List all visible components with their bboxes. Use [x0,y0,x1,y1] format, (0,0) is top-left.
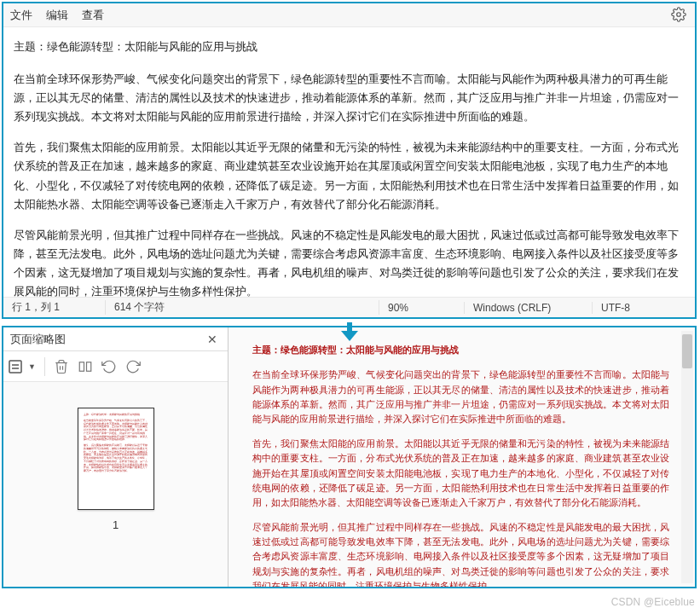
rotate-cw-icon[interactable] [125,359,141,374]
svg-marker-2 [341,331,358,341]
arrow-down-icon [339,322,360,344]
document-paragraph: 在当前全球环保形势严峻、气候变化问题突出的背景下，绿色能源转型的重要性不言而喻。… [14,70,681,126]
editor-text-area[interactable]: 主题：绿色能源转型：太阳能与风能的应用与挑战 在当前全球环保形势严峻、气候变化问… [3,27,695,297]
thumbnail-preview-text: 主题：绿色能源转型：太阳能与风能的应用与挑战 [84,414,148,417]
status-line-col[interactable]: 行 1，列 1 [3,300,106,315]
preview-title: 主题：绿色能源转型：太阳能与风能的应用与挑战 [252,343,669,357]
svg-rect-3 [9,361,21,373]
thumbnail-preview-text: 在当前全球环保形势严峻、气候变化问题突出的背景下，绿色能源转型的重要性不言而喻。… [84,420,148,442]
close-icon[interactable]: ✕ [204,333,221,346]
thumbnail-page-number: 1 [113,518,119,531]
status-encoding[interactable]: UTF-8 [593,302,695,314]
status-zoom[interactable]: 90% [379,302,465,314]
thumbnail-sidebar: 页面缩略图 ✕ ▼ [3,327,229,587]
preview-paragraph: 在当前全球环保形势严峻、气候变化问题突出的背景下，绿色能源转型的重要性不言而喻。… [252,368,669,426]
gear-icon[interactable] [671,7,686,25]
preview-pane[interactable]: 主题：绿色能源转型：太阳能与风能的应用与挑战 在当前全球环保形势严峻、气候变化问… [229,327,695,587]
thumbnail-title-row: 页面缩略图 ✕ [3,327,228,351]
scrollbar[interactable] [681,331,693,583]
scrollbar-thumb[interactable] [682,334,692,368]
thumbnail-viewport[interactable]: 主题：绿色能源转型：太阳能与风能的应用与挑战 在当前全球环保形势严峻、气候变化问… [3,382,228,587]
menu-bar: 文件 编辑 查看 [3,3,695,27]
delete-icon[interactable] [54,359,69,374]
document-title-line: 主题：绿色能源转型：太阳能与风能的应用与挑战 [14,38,681,56]
preview-paragraph: 首先，我们聚焦太阳能的应用前景。太阳能以其近乎无限的储量和无污染的特性，被视为未… [252,437,669,511]
menu-view[interactable]: 查看 [82,6,118,25]
document-paragraph: 尽管风能前景光明，但其推广过程中同样存在一些挑战。风速的不稳定性是风能发电的最大… [14,226,681,297]
preview-paragraph: 尽管风能前景光明，但其推广过程中同样存在一些挑战。风速的不稳定性是风能发电的最大… [252,520,669,587]
thumbnail-options-button[interactable]: ▼ [9,359,36,374]
svg-rect-7 [86,362,90,371]
editor-window: 文件 编辑 查看 主题：绿色能源转型：太阳能与风能的应用与挑战 在当前全球环保形… [2,2,697,319]
status-char-count[interactable]: 614 个字符 [106,300,379,315]
status-line-ending[interactable]: Windows (CRLF) [465,302,593,314]
svg-rect-6 [79,362,84,371]
page-thumbnail[interactable]: 主题：绿色能源转型：太阳能与风能的应用与挑战 在当前全球环保形势严峻、气候变化问… [78,408,154,510]
pages-icon[interactable] [78,359,93,374]
reader-window: 页面缩略图 ✕ ▼ [2,326,697,588]
menu-file[interactable]: 文件 [10,6,46,25]
svg-point-0 [677,13,681,17]
status-bar: 行 1，列 1 614 个字符 90% Windows (CRLF) UTF-8 [3,297,695,317]
svg-rect-1 [347,322,352,331]
rotate-ccw-icon[interactable] [101,359,117,374]
watermark: CSDN @Eiceblue [611,596,695,608]
thumbnail-title: 页面缩略图 [10,332,66,347]
preview-paper: 主题：绿色能源转型：太阳能与风能的应用与挑战 在当前全球环保形势严峻、气候变化问… [252,343,669,587]
thumbnail-preview-text: 首先，我们聚焦太阳能的应用前景。太阳能以其近乎无限的储量和无污染的特性，被视为未… [84,444,148,473]
document-paragraph: 首先，我们聚焦太阳能的应用前景。太阳能以其近乎无限的储量和无污染的特性，被视为未… [14,138,681,213]
thumbnail-toolbar: ▼ [3,351,228,382]
menu-edit[interactable]: 编辑 [46,6,82,25]
toolbar-separator [44,357,45,376]
